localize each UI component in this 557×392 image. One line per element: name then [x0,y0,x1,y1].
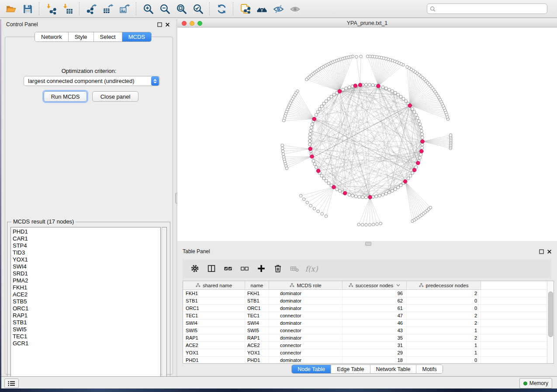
satellite-node[interactable] [406,65,409,69]
column-header-predecessor-nodes[interactable]: predecessor nodes [407,281,481,290]
delete-columns-button[interactable] [271,261,286,276]
mcds-hub-node[interactable] [312,117,316,121]
float-table-panel-icon[interactable] [539,249,544,254]
network-node[interactable] [402,97,405,100]
search-input[interactable] [436,5,544,12]
mcds-result-item[interactable]: STB1 [13,319,160,326]
network-node[interactable] [384,87,387,90]
network-node[interactable] [320,105,323,108]
satellite-node[interactable] [281,147,284,150]
network-node[interactable] [354,195,357,198]
zoom-out-button[interactable] [157,1,172,16]
satellite-node[interactable] [357,223,360,226]
network-node[interactable] [397,93,400,96]
network-node[interactable] [420,129,423,132]
mcds-result-item[interactable]: FKH1 [13,284,160,291]
mcds-hub-node[interactable] [316,169,320,173]
horizontal-splitter-grip[interactable] [365,242,371,246]
tab-network[interactable]: Network [35,32,69,41]
satellite-node[interactable] [282,119,285,122]
network-node[interactable] [345,87,348,90]
task-history-button[interactable] [4,378,19,388]
mcds-result-item[interactable]: ORC1 [13,305,160,312]
network-node[interactable] [407,177,410,180]
mcds-list-scrollbar[interactable] [162,227,167,379]
run-mcds-button[interactable]: Run MCDS [44,91,87,102]
network-node[interactable] [411,172,414,175]
network-node[interactable] [327,97,330,100]
mcds-result-item[interactable]: STP4 [13,242,160,249]
network-node[interactable] [365,196,368,199]
network-node[interactable] [308,143,311,146]
network-node[interactable] [368,83,371,86]
network-node[interactable] [381,193,384,196]
import-network-button[interactable] [44,1,59,16]
network-node[interactable] [384,192,387,195]
network-node[interactable] [339,189,342,193]
mcds-hub-node[interactable] [408,104,412,108]
satellite-node[interactable] [305,78,308,81]
first-neighbors-button[interactable] [254,1,269,16]
clone-network-button[interactable] [238,1,253,16]
mcds-hub-node[interactable] [420,149,424,153]
satellite-node[interactable] [429,206,432,209]
table-row[interactable]: ORC1ORC1dominator610 [183,305,547,312]
network-node[interactable] [375,195,378,198]
network-node[interactable] [351,194,354,197]
table-row[interactable]: PHD1PHD1dominator180 [183,357,547,364]
table-row[interactable]: STB1STB1dominator620 [183,297,547,305]
network-node[interactable] [399,184,402,187]
mcds-result-item[interactable]: PMA2 [13,277,160,284]
network-node[interactable] [308,140,311,143]
satellite-node[interactable] [282,153,285,156]
network-node[interactable] [365,83,368,86]
export-network-button[interactable] [84,1,99,16]
network-node[interactable] [320,174,323,177]
tab-mcds[interactable]: MCDS [122,32,151,41]
network-node[interactable] [318,107,321,110]
mcds-hub-node[interactable] [310,155,314,158]
mcds-hub-node[interactable] [377,84,381,88]
network-node[interactable] [308,133,311,136]
network-node[interactable] [325,100,328,103]
network-node[interactable] [411,107,414,110]
network-node[interactable] [330,95,333,98]
tab-motifs[interactable]: Motifs [416,365,442,373]
mcds-result-item[interactable]: SRD1 [13,270,160,277]
network-graph[interactable] [177,28,557,241]
save-session-button[interactable] [20,1,35,16]
satellite-node[interactable] [285,167,288,170]
mcds-hub-node[interactable] [368,195,372,199]
network-node[interactable] [361,196,364,199]
network-node[interactable] [405,100,408,103]
network-node[interactable] [394,188,397,191]
network-canvas[interactable] [177,28,557,241]
optimization-criterion-dropdown[interactable]: largest connected component (undirected) [24,76,160,86]
zoom-selected-button[interactable] [190,1,205,16]
network-node[interactable] [309,129,312,132]
satellite-node[interactable] [360,55,363,58]
add-column-button[interactable] [254,261,269,276]
close-panel-button[interactable]: Close panel [92,91,138,102]
network-node[interactable] [336,188,339,191]
network-node[interactable] [310,126,313,129]
network-node[interactable] [419,156,422,159]
network-node[interactable] [381,86,384,89]
network-node[interactable] [421,146,424,149]
mcds-result-item[interactable]: PHD1 [13,228,160,235]
table-row[interactable]: RAP1RAP1dominator352 [183,334,547,342]
satellite-node[interactable] [281,150,284,153]
network-node[interactable] [358,196,361,199]
network-node[interactable] [348,86,351,89]
mcds-result-item[interactable]: STB5 [13,298,160,305]
network-node[interactable] [312,159,315,162]
mcds-hub-node[interactable] [421,140,425,144]
tab-node-table[interactable]: Node Table [292,365,331,373]
tab-network-table[interactable]: Network Table [370,365,417,373]
table-row[interactable]: FKH1FKH1dominator962 [183,290,547,297]
network-node[interactable] [378,194,381,197]
table-row[interactable]: SWI5SWI5connector431 [183,327,547,334]
network-node[interactable] [419,153,422,156]
table-mode-gear-button[interactable] [188,261,203,276]
mcds-result-item[interactable]: SWI5 [13,326,160,333]
